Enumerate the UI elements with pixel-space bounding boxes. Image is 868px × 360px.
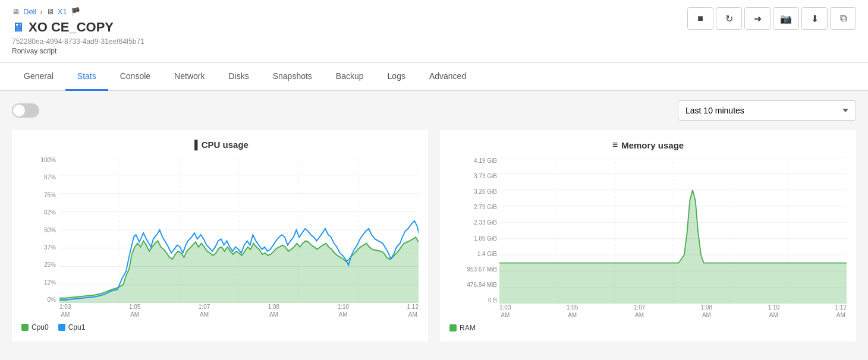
cpu1-dot — [58, 324, 65, 331]
breadcrumb-x1[interactable]: X1 — [58, 7, 67, 16]
mem-svg-container — [499, 157, 847, 304]
cpu-y-100: 100% — [21, 157, 56, 163]
cpu-y-0: 0% — [21, 296, 56, 303]
cpu0-label: Cpu0 — [32, 323, 49, 331]
mem-y-1: 4.19 GiB — [449, 157, 497, 164]
cpu0-dot — [21, 324, 29, 331]
vm-script: Ronivay script — [12, 47, 144, 55]
cpu0-fill — [59, 237, 419, 303]
cpu-x-2: 1:05AM — [129, 303, 140, 317]
memory-chart-title: ≡ Memory usage — [449, 140, 847, 150]
cpu-chart-box: ▐ CPU usage 100% 87% 75% 62% 50% 37% 25%… — [12, 130, 428, 342]
mem-y-3: 3.26 GiB — [449, 188, 497, 195]
mem-svg — [499, 157, 847, 304]
mem-x-1: 1:03AM — [499, 304, 511, 318]
cpu-y-25: 25% — [21, 261, 56, 268]
cpu-chart-title: ▐ CPU usage — [21, 140, 419, 150]
ram-dot — [449, 324, 457, 331]
mem-y-7: 1.4 GiB — [449, 251, 497, 257]
cpu-y-62: 62% — [21, 209, 56, 216]
cpu-x-1: 1:03AM — [59, 303, 71, 317]
cpu-y-37: 37% — [21, 244, 56, 251]
tab-disks[interactable]: Disks — [216, 63, 260, 91]
cpu-legend: Cpu0 Cpu1 — [21, 323, 419, 331]
header-left: 🖥 Dell › 🖥 X1 🏴 🖥 XO CE_COPY 752280ea-49… — [12, 7, 144, 55]
toggle-container[interactable] — [12, 103, 39, 118]
memory-chart-box: ≡ Memory usage 4.19 GiB 3.73 GiB 3.26 Gi… — [440, 130, 856, 342]
header: 🖥 Dell › 🖥 X1 🏴 🖥 XO CE_COPY 752280ea-49… — [0, 0, 868, 63]
time-select[interactable]: Last 10 minutes Last hour Last day Last … — [678, 100, 856, 121]
ram-label: RAM — [460, 324, 476, 332]
memory-title-text: Memory usage — [621, 140, 684, 150]
cpu1-label: Cpu1 — [68, 323, 86, 331]
ram-legend: RAM — [449, 324, 476, 332]
tab-backup[interactable]: Backup — [324, 63, 376, 91]
cpu-svg-container — [59, 157, 419, 303]
cpu-x-6: 1:12AM — [407, 303, 419, 317]
toggle-switch[interactable] — [12, 103, 39, 118]
vm-title: 🖥 XO CE_COPY — [12, 20, 144, 35]
mem-y-6: 1.86 GiB — [449, 235, 497, 242]
tab-general[interactable]: General — [12, 63, 65, 91]
cpu-title-text: CPU usage — [202, 140, 249, 150]
cpu1-legend: Cpu1 — [58, 323, 86, 331]
tab-advanced[interactable]: Advanced — [417, 63, 478, 91]
mem-x-2: 1:05AM — [567, 304, 578, 318]
header-actions: ■ ↻ ➜ 📷 ⬇ ⧉ — [687, 7, 856, 30]
mem-y-5: 2.33 GiB — [449, 219, 497, 226]
cpu-x-axis: 1:03AM 1:05AM 1:07AM 1:08AM 1:10AM 1:12A… — [59, 303, 419, 317]
tabs: General Stats Console Network Disks Snap… — [0, 63, 868, 91]
cpu-y-50: 50% — [21, 227, 56, 233]
cpu-svg — [59, 157, 419, 303]
tab-console[interactable]: Console — [108, 63, 162, 91]
copy-button[interactable]: ⧉ — [830, 7, 856, 30]
mem-x-6: 1:12AM — [835, 304, 847, 318]
top-bar: Last 10 minutes Last hour Last day Last … — [12, 100, 856, 121]
mem-x-5: 1:10AM — [768, 304, 779, 318]
vm-name: XO CE_COPY — [29, 20, 114, 35]
mem-legend: RAM — [449, 324, 847, 332]
mem-x-4: 1:08AM — [701, 304, 712, 318]
memory-chart-area: 4.19 GiB 3.73 GiB 3.26 GiB 2.79 GiB 2.33… — [449, 157, 847, 318]
vm-icon: 🖥 — [12, 21, 24, 34]
cpu-x-4: 1:08AM — [268, 303, 279, 317]
snapshot-button[interactable]: 📷 — [773, 7, 799, 30]
tab-logs[interactable]: Logs — [376, 63, 417, 91]
tab-stats[interactable]: Stats — [65, 63, 108, 91]
breadcrumb: 🖥 Dell › 🖥 X1 🏴 — [12, 7, 144, 16]
refresh-button[interactable]: ↻ — [716, 7, 742, 30]
mem-y-10: 0 B — [449, 297, 497, 304]
stop-button[interactable]: ■ — [687, 7, 713, 30]
download-button[interactable]: ⬇ — [801, 7, 828, 30]
mem-y-8: 953.67 MiB — [449, 266, 497, 273]
cpu0-legend: Cpu0 — [21, 323, 49, 331]
mem-y-4: 2.79 GiB — [449, 204, 497, 210]
cpu-y-axis: 100% 87% 75% 62% 50% 37% 25% 12% 0% — [21, 157, 56, 303]
cpu-x-5: 1:10AM — [338, 303, 349, 317]
mem-x-axis: 1:03AM 1:05AM 1:07AM 1:08AM 1:10AM 1:12A… — [499, 304, 847, 318]
breadcrumb-icon2: 🖥 — [46, 7, 54, 16]
cpu-y-12: 12% — [21, 279, 56, 286]
tab-network[interactable]: Network — [162, 63, 216, 91]
cpu-y-87: 87% — [21, 174, 56, 181]
cpu-icon: ▐ — [191, 140, 198, 150]
cpu-x-3: 1:07AM — [199, 303, 210, 317]
breadcrumb-dell[interactable]: Dell — [23, 7, 36, 16]
vm-uuid: 752280ea-4994-8733-4ad9-31eef64f5b71 — [12, 37, 144, 46]
mem-y-9: 476.84 MiB — [449, 282, 497, 288]
breadcrumb-sep1: › — [40, 7, 42, 16]
migrate-button[interactable]: ➜ — [744, 7, 770, 30]
tab-snapshots[interactable]: Snapshots — [261, 63, 324, 91]
breadcrumb-flag: 🏴 — [71, 7, 80, 16]
mem-x-3: 1:07AM — [634, 304, 645, 318]
cpu-chart-area: 100% 87% 75% 62% 50% 37% 25% 12% 0% — [21, 157, 419, 317]
memory-icon: ≡ — [612, 140, 618, 150]
charts-row: ▐ CPU usage 100% 87% 75% 62% 50% 37% 25%… — [12, 130, 856, 342]
content: Last 10 minutes Last hour Last day Last … — [0, 91, 868, 351]
cpu-y-75: 75% — [21, 192, 56, 198]
mem-y-2: 3.73 GiB — [449, 173, 497, 179]
breadcrumb-icon: 🖥 — [12, 7, 20, 16]
mem-y-axis: 4.19 GiB 3.73 GiB 3.26 GiB 2.79 GiB 2.33… — [449, 157, 497, 304]
